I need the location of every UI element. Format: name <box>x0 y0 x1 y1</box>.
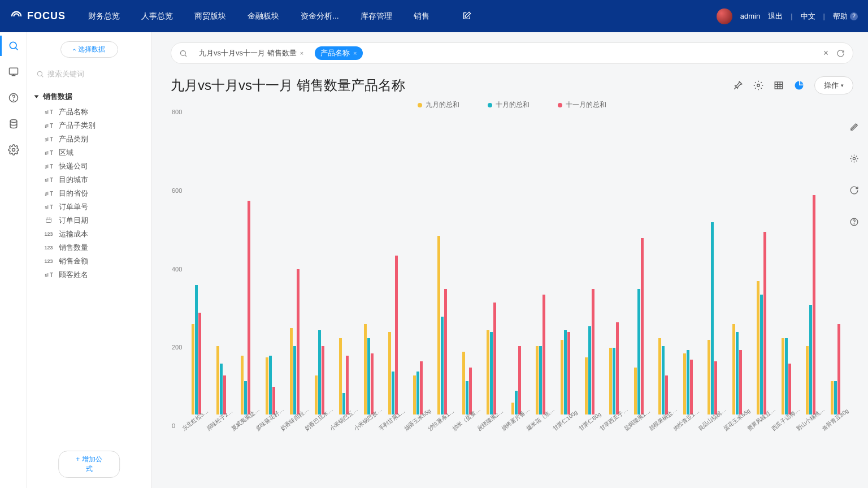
bar-group[interactable]: 原味松子218g <box>209 101 233 426</box>
field-search[interactable]: 搜索关键词 <box>35 67 143 81</box>
bar[interactable] <box>266 357 268 414</box>
bar-group[interactable]: 野山小核桃仁160g... <box>798 101 823 426</box>
field-item[interactable]: 123销售数量 <box>35 241 143 254</box>
bar-group[interactable]: 多味葵花籽180g... <box>258 101 282 426</box>
bar[interactable] <box>564 330 567 414</box>
field-item[interactable]: ꠵T区域 <box>35 146 143 159</box>
bar-group[interactable]: 盐焗腰果180g <box>627 101 651 426</box>
bar-group[interactable]: 东北红松330g <box>184 101 209 426</box>
bar[interactable] <box>585 357 588 414</box>
bar-group[interactable]: 沙拉薯条150g <box>430 101 454 426</box>
bar[interactable] <box>662 346 665 414</box>
bar[interactable] <box>613 348 615 414</box>
bar[interactable] <box>223 375 226 414</box>
edit-icon[interactable] <box>462 11 471 20</box>
bar[interactable] <box>782 338 784 414</box>
bar-group[interactable]: 甘栗仁100g <box>553 101 577 426</box>
bar[interactable] <box>444 289 447 414</box>
bar[interactable] <box>757 281 760 414</box>
pin-icon[interactable] <box>733 80 743 90</box>
nav-funds[interactable]: 资金分析... <box>301 11 339 21</box>
bar[interactable] <box>711 222 714 414</box>
bar[interactable] <box>834 381 837 414</box>
dataset-title[interactable]: 销售数据 <box>35 87 143 105</box>
bar-group[interactable]: 碧根果椒盐味190g... <box>651 101 675 426</box>
bar[interactable] <box>297 269 300 414</box>
bar[interactable] <box>441 317 444 414</box>
bar[interactable] <box>487 330 489 414</box>
bar[interactable] <box>364 324 367 414</box>
avatar[interactable] <box>717 8 732 24</box>
close-icon[interactable]: × <box>353 50 357 57</box>
bar[interactable] <box>831 381 834 414</box>
bar[interactable] <box>616 322 619 414</box>
bar[interactable] <box>665 375 668 414</box>
bar[interactable] <box>269 356 272 414</box>
bar[interactable] <box>469 368 472 414</box>
bar-group[interactable]: 夏威夷果盐焗味20... <box>233 101 258 426</box>
bar-group[interactable]: 奶香味四粒红花生1... <box>283 101 307 426</box>
field-item[interactable]: ꠵T产品子类别 <box>35 119 143 132</box>
bar[interactable] <box>420 361 423 414</box>
bar[interactable] <box>687 350 689 414</box>
chart-settings-icon[interactable] <box>844 149 863 168</box>
bar[interactable] <box>658 338 661 414</box>
field-item[interactable]: ꠵T顾客姓名 <box>35 268 143 282</box>
bar[interactable] <box>511 403 514 414</box>
bar[interactable] <box>392 372 394 414</box>
bar[interactable] <box>493 303 496 414</box>
edit-chart-icon[interactable] <box>844 117 863 136</box>
bar[interactable] <box>813 195 815 415</box>
nav-trade[interactable]: 商贸版块 <box>194 11 226 21</box>
bar-group[interactable]: 奶香巴旦木238g... <box>307 101 331 426</box>
bar[interactable] <box>637 289 640 414</box>
bar[interactable] <box>241 356 244 414</box>
bar-group[interactable]: 手剥甘果120g <box>381 101 405 426</box>
bar[interactable] <box>561 340 563 414</box>
bar[interactable] <box>788 364 791 414</box>
bar-group[interactable]: 肉松青豆120g <box>676 101 700 426</box>
bar[interactable] <box>736 332 739 414</box>
brand-logo[interactable]: FOCUS <box>10 10 66 23</box>
field-item[interactable]: 123销售金额 <box>35 254 143 268</box>
plot-area[interactable]: 0200400600800东北红松330g原味松子218g夏威夷果盐焗味20..… <box>184 112 848 426</box>
board-tab[interactable] <box>8 66 19 77</box>
lang-switch[interactable]: 中文 <box>801 11 815 21</box>
bar[interactable] <box>714 361 717 414</box>
bar[interactable] <box>683 353 686 414</box>
gear-icon[interactable] <box>753 80 763 90</box>
bar[interactable] <box>437 236 440 414</box>
clear-query-icon[interactable]: × <box>823 48 828 58</box>
bar[interactable] <box>388 332 391 414</box>
nav-finance[interactable]: 财务总览 <box>88 11 120 21</box>
bar[interactable] <box>322 346 324 414</box>
field-item[interactable]: ꠵T产品名称 <box>35 105 143 119</box>
field-item[interactable]: 订单日期 <box>35 214 143 227</box>
nav-hr[interactable]: 人事总览 <box>141 11 173 21</box>
field-item[interactable]: 123运输成本 <box>35 227 143 241</box>
username[interactable]: admin <box>740 12 760 20</box>
bar[interactable] <box>809 305 812 414</box>
field-item[interactable]: ꠵T快递公司 <box>35 159 143 173</box>
bar[interactable] <box>690 360 693 414</box>
bar-group[interactable]: 蟹黄风味豆瓣120g... <box>749 101 774 426</box>
refresh-icon[interactable] <box>836 49 845 58</box>
bar-group[interactable]: 炒米（蛋黄味）24... <box>454 101 479 426</box>
bar[interactable] <box>315 375 318 414</box>
bar-group[interactable]: 甘草西瓜子90g <box>602 101 626 426</box>
help-link[interactable]: 帮助 ? <box>833 11 858 21</box>
bar-group[interactable]: 爆米花（焦糖味）1... <box>528 101 553 426</box>
logout-link[interactable]: 退出 <box>768 11 783 21</box>
reload-icon[interactable] <box>844 180 863 200</box>
bar[interactable] <box>634 368 637 414</box>
bar[interactable] <box>198 313 201 414</box>
bar[interactable] <box>395 256 398 414</box>
bar[interactable] <box>416 372 419 414</box>
search-tab[interactable] <box>8 40 19 51</box>
bar[interactable] <box>293 346 296 414</box>
bar[interactable] <box>763 232 766 414</box>
bar[interactable] <box>195 285 198 414</box>
field-item[interactable]: ꠵T目的省份 <box>35 187 143 200</box>
bar[interactable] <box>490 332 493 414</box>
bar[interactable] <box>592 289 594 414</box>
